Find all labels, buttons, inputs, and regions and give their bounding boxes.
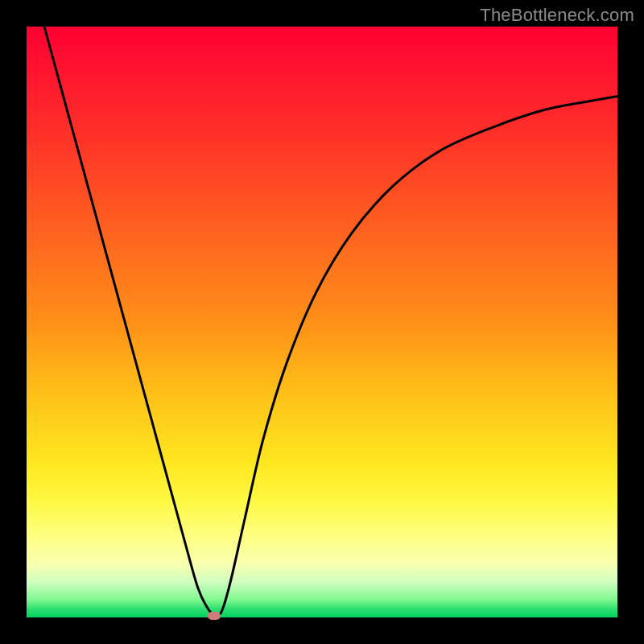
optimum-marker: [208, 612, 221, 620]
watermark-text: TheBottleneck.com: [480, 5, 634, 26]
chart-frame: TheBottleneck.com: [0, 0, 644, 644]
plot-area: [27, 27, 617, 617]
bottleneck-curve: [27, 27, 617, 617]
